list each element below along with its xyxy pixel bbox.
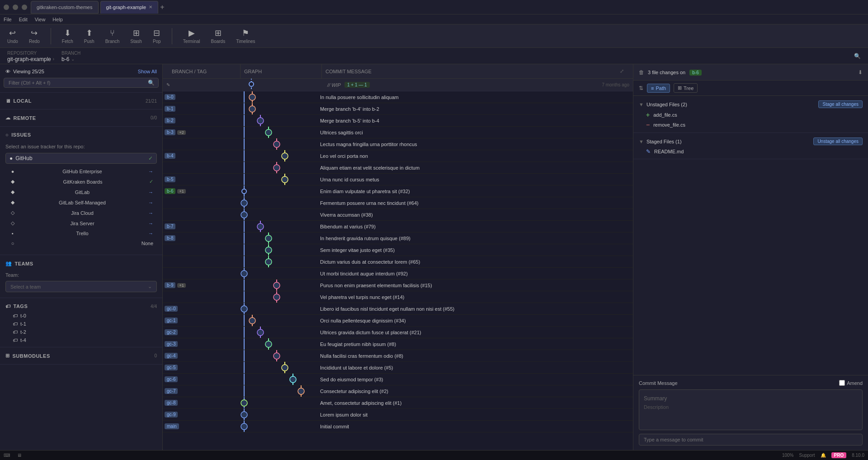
commit-row[interactable]: Fermentum posuere urna nec tincidunt (#6… [163, 197, 633, 209]
undo-button[interactable]: ↩ Undo [7, 28, 18, 44]
tab-git-graph-example[interactable]: git-graph-example ✕ [100, 1, 159, 14]
menu-view[interactable]: View [35, 17, 46, 22]
commit-message: Incididunt ut labore et dolore (#5) [316, 365, 633, 370]
file-edit-icon: ✎ [646, 148, 651, 155]
submodules-header[interactable]: ⊞ SUBMODULES 0 [0, 350, 162, 361]
unstage-all-button[interactable]: Unstage all changes [813, 138, 863, 145]
search-input[interactable] [8, 79, 148, 86]
tags-header[interactable]: 🏷 TAGS 4/4 [0, 301, 162, 312]
tag-icon-t0: 🏷 [13, 313, 18, 318]
staged-header[interactable]: ▼ Staged Files (1) Unstage all changes [633, 136, 868, 147]
fetch-button[interactable]: ⬇ Fetch [62, 28, 73, 44]
commit-row[interactable]: Viverra accumsan (#38) [163, 209, 633, 221]
commit-row[interactable]: gc-8Amet, consectetur adipiscing elit (#… [163, 397, 633, 409]
branch-col: b-0 [163, 94, 235, 100]
issue-gitlab[interactable]: ◆ GitLab → [5, 187, 157, 197]
commit-row[interactable]: b-4Leo vel orci porta non [163, 150, 633, 162]
menu-help[interactable]: Help [52, 17, 63, 22]
teams-header[interactable]: 👥 TEAMS [0, 258, 162, 269]
tag-t4[interactable]: 🏷 t-4 [0, 336, 162, 344]
branch-name-display[interactable]: b-6 ⌄ [61, 56, 80, 62]
trash-icon[interactable]: 🗑 [639, 69, 644, 76]
terminal-button[interactable]: ▶ Terminal [183, 28, 200, 44]
commit-row[interactable]: b-1Merge branch 'b-4' into b-2 [163, 103, 633, 115]
issue-jira-cloud[interactable]: ◇ Jira Cloud → [5, 208, 157, 218]
repo-name-display[interactable]: git-graph-example › [7, 56, 54, 62]
boards-button[interactable]: ⊞ Boards [211, 28, 225, 44]
commit-row[interactable]: b-7Bibendum at varius (#79) [163, 221, 633, 232]
pop-button[interactable]: ⊟ Pop [153, 28, 161, 44]
commit-row[interactable]: gc-6Sed do eiusmod tempor (#3) [163, 374, 633, 385]
commit-row[interactable]: gc-4Nulla facilisi cras fermentum odio (… [163, 350, 633, 362]
commit-row[interactable]: b-2Merge branch 'b-5' into b-4 [163, 115, 633, 127]
commit-row[interactable]: mainInitial commit [163, 421, 633, 432]
graph-col [235, 232, 316, 244]
remote-header[interactable]: ☁ REMOTE 0/0 [0, 112, 162, 123]
maximize-btn[interactable] [22, 5, 27, 10]
commit-row[interactable]: gc-7Consectetur adipiscing elit (#2) [163, 385, 633, 397]
stage-all-button[interactable]: Stage all changes [818, 100, 863, 108]
unstaged-header[interactable]: ▼ Unstaged Files (2) Stage all changes [633, 99, 868, 110]
commit-row[interactable]: gc-2Ultrices gravida dictum fusce ut pla… [163, 327, 633, 338]
commit-row[interactable]: gc-3Eu feugiat pretium nibh ipsum (#8) [163, 338, 633, 350]
file-readme[interactable]: ✎ README.md [633, 147, 868, 156]
local-header[interactable]: 🖥 LOCAL 21/21 [0, 95, 162, 106]
amend-checkbox-label[interactable]: Amend [839, 380, 863, 386]
path-view-button[interactable]: ≡ Path [647, 84, 670, 93]
push-button[interactable]: ⬆ Push [84, 28, 94, 44]
show-all-button[interactable]: Show All [138, 69, 157, 74]
amend-checkbox[interactable] [839, 380, 845, 386]
issue-gitkraken-boards[interactable]: ◆ GitKraken Boards ✓ [5, 176, 157, 187]
issue-none[interactable]: ○ None [5, 238, 157, 248]
tag-t1[interactable]: 🏷 t-1 [0, 320, 162, 328]
commit-row[interactable]: Sem integer vitae justo eget (#35) [163, 244, 633, 256]
commit-row[interactable]: gc-1Orci nulla pellentesque dignissim (#… [163, 315, 633, 327]
team-select-dropdown[interactable]: Select a team ⌄ [5, 281, 157, 292]
issue-jira-server[interactable]: ◇ Jira Server → [5, 218, 157, 228]
commit-row[interactable]: Lectus magna fringilla urna porttitor rh… [163, 138, 633, 150]
branch-name: b-6 [61, 56, 69, 62]
tag-t0[interactable]: 🏷 t-0 [0, 312, 162, 320]
commit-row[interactable]: b-6+1Enim diam vulputate ut pharetra sit… [163, 185, 633, 197]
version-label: 8.10.0 [852, 453, 864, 458]
file-remove-file[interactable]: − remove_file.cs [633, 120, 868, 130]
minimize-btn[interactable] [13, 5, 18, 10]
wip-row[interactable]: ✎ // WIP 1 + 1 — 1 7 months ago [163, 79, 633, 91]
issues-header[interactable]: ○ ISSUES [0, 129, 162, 140]
download-icon[interactable]: ⬇ [858, 69, 863, 76]
expand-icon[interactable]: ⤢ [620, 68, 624, 74]
issue-selected[interactable]: ● GitHub ✓ [5, 153, 157, 164]
add-tab-button[interactable]: + [160, 3, 164, 11]
tab-gitkraken-custom-themes[interactable]: gitkraken-custom-themes [31, 1, 99, 14]
timelines-button[interactable]: ⚑ Timelines [236, 28, 255, 44]
commit-row[interactable]: b-8In hendrerit gravida rutrum quisque (… [163, 232, 633, 244]
stash-button[interactable]: ⊞ Stash [130, 28, 142, 44]
menu-edit[interactable]: Edit [19, 17, 28, 22]
file-add-file[interactable]: + add_file.cs [633, 110, 868, 120]
support-label[interactable]: Support [799, 453, 815, 458]
close-icon[interactable]: ✕ [149, 5, 152, 9]
tree-view-button[interactable]: ⊞ Tree [674, 83, 698, 93]
commit-row[interactable]: b-3+2Ultrices sagittis orci [163, 127, 633, 138]
redo-button[interactable]: ↪ Redo [29, 28, 40, 44]
branch-button[interactable]: ⑂ Branch [105, 28, 120, 44]
commit-text-area[interactable]: Summary Description [639, 389, 863, 430]
commit-row[interactable]: b-5Urna nunc id cursus metus [163, 174, 633, 185]
issue-trello[interactable]: ▪ Trello → [5, 228, 157, 238]
menu-file[interactable]: File [4, 17, 12, 22]
issue-gitlab-self-managed[interactable]: ◆ GitLab Self-Managed → [5, 197, 157, 208]
tag-t2[interactable]: 🏷 t-2 [0, 328, 162, 336]
search-icon[interactable]: 🔍 [854, 53, 861, 59]
commit-row[interactable]: b-0In nulla posuere sollicitudin aliquam [163, 91, 633, 103]
issue-github-enterprise[interactable]: ● GitHub Enterprise → [5, 166, 157, 176]
commit-row[interactable]: b-9+1Purus non enim praesent elementum f… [163, 280, 633, 291]
commit-row[interactable]: gc-5Incididunt ut labore et dolore (#5) [163, 362, 633, 374]
close-btn[interactable] [4, 5, 9, 10]
commit-row[interactable]: gc-0Libero id faucibus nisl tincidunt eg… [163, 303, 633, 315]
commit-row[interactable]: gc-9Lorem ipsum dolor sit [163, 409, 633, 421]
commit-row[interactable]: Vel pharetra vel turpis nunc eget (#14) [163, 291, 633, 303]
commit-input[interactable] [639, 434, 863, 446]
commit-row[interactable]: Aliquam etiam erat velit scelerisque in … [163, 162, 633, 174]
commit-row[interactable]: Ut morbi tincidunt augue interdum (#92) [163, 268, 633, 280]
commit-row[interactable]: Dictum varius duis at consectetur lorem … [163, 256, 633, 268]
